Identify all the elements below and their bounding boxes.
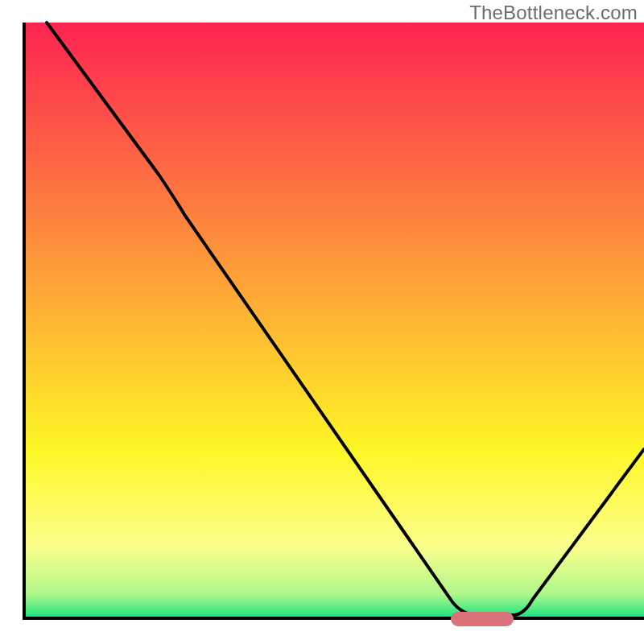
chart-svg	[0, 0, 644, 644]
plot-background	[25, 23, 644, 618]
chart-stage: TheBottleneck.com	[0, 0, 644, 644]
axis-marker	[451, 612, 514, 626]
watermark-text: TheBottleneck.com	[469, 2, 638, 24]
